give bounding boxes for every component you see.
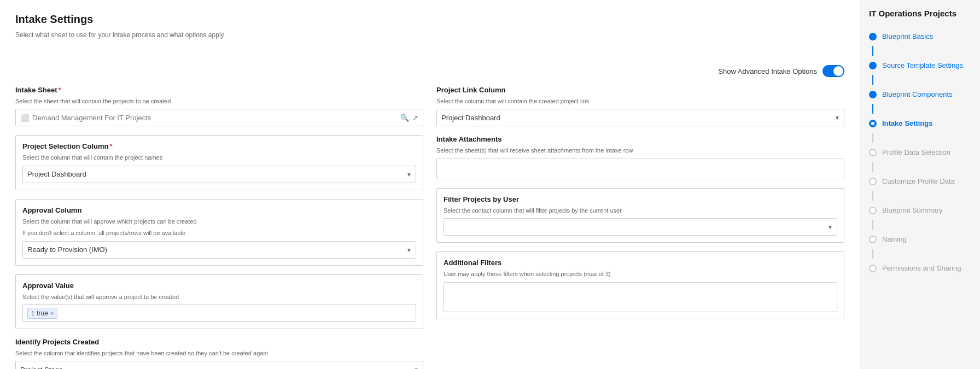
project-selection-section: Project Selection Column* Select the col… [15, 135, 423, 190]
intake-sheet-section: Intake Sheet* Select the sheet that will… [15, 86, 423, 126]
form-grid: Intake Sheet* Select the sheet that will… [15, 86, 844, 369]
right-column: Project Link Column Select the column th… [436, 86, 844, 369]
approval-column-section: Approval Column Select the column that w… [15, 199, 423, 266]
tag-text: true [37, 309, 48, 317]
approval-value-section: Approval Value Select the value(s) that … [15, 274, 423, 329]
connector-5 [872, 162, 873, 172]
advanced-options-toggle[interactable] [822, 65, 844, 77]
project-link-label: Project Link Column [436, 86, 844, 94]
approval-column-select[interactable]: Ready to Provision (IMO) [22, 241, 416, 259]
intake-attachments-section: Intake Attachments Select the sheet(s) t… [436, 135, 844, 179]
project-selection-desc: Select the column that will contain the … [22, 154, 416, 162]
intake-attachments-desc: Select the sheet(s) that will receive sh… [436, 147, 844, 155]
connector-1 [872, 46, 873, 56]
toggle-label: Show Advanced Intake Options [718, 67, 817, 75]
sidebar-item-source-template[interactable]: Source Template Settings [860, 56, 980, 75]
identify-projects-select[interactable]: Project Stage [15, 361, 423, 369]
sidebar-item-label-source-template: Source Template Settings [882, 61, 963, 69]
project-link-section: Project Link Column Select the column th… [436, 86, 844, 126]
sidebar-item-naming[interactable]: Naming [860, 230, 980, 249]
approval-value-tags[interactable]: 1 true × [22, 304, 416, 322]
intake-sheet-input-wrapper: ⬜ 🔍 ↗ [15, 109, 423, 126]
intake-sheet-input[interactable] [32, 114, 397, 122]
project-selection-label: Project Selection Column* [22, 142, 416, 150]
dot-permissions [869, 265, 877, 272]
connector-4 [872, 133, 873, 143]
external-link-icon[interactable]: ↗ [412, 114, 418, 122]
connector-2 [872, 75, 873, 85]
sidebar-item-label-customize-profile: Customize Profile Data [882, 177, 955, 185]
sidebar-title: IT Operations Projects [860, 9, 980, 27]
approval-column-label: Approval Column [22, 206, 416, 214]
filter-projects-desc: Select the contact column that will filt… [444, 207, 837, 215]
sidebar-item-profile-data[interactable]: Profile Data Selection [860, 143, 980, 162]
sidebar-item-label-blueprint-summary: Blueprint Summary [882, 206, 943, 214]
intake-sheet-label: Intake Sheet* [15, 86, 423, 94]
connector-7 [872, 220, 873, 230]
dot-naming [869, 236, 877, 243]
page-title: Intake Settings [15, 13, 844, 26]
project-link-select[interactable]: Project Dashboard [436, 109, 844, 126]
tag-number: 1 [31, 310, 34, 317]
approval-value-label: Approval Value [22, 282, 416, 290]
intake-sheet-desc: Select the sheet that will contain the p… [15, 97, 423, 106]
intake-attachments-input[interactable] [436, 159, 844, 179]
dot-blueprint-components [869, 91, 877, 98]
additional-filters-desc: User may apply these filters when select… [444, 270, 837, 278]
dot-intake-settings [869, 120, 877, 127]
additional-filters-input[interactable] [444, 282, 837, 312]
filter-projects-dropdown[interactable] [444, 218, 837, 236]
identify-projects-dropdown[interactable]: Project Stage [15, 361, 423, 369]
connector-3 [872, 104, 873, 114]
identify-projects-desc: Select the column that identifies projec… [15, 349, 423, 358]
dot-profile-data [869, 149, 877, 156]
approval-column-desc2: If you don't select a column, all projec… [22, 229, 416, 237]
approval-column-dropdown[interactable]: Ready to Provision (IMO) [22, 241, 416, 259]
sidebar: IT Operations Projects Blueprint Basics … [860, 0, 980, 369]
connector-8 [872, 249, 873, 259]
sidebar-item-label-blueprint-components: Blueprint Components [882, 90, 953, 98]
dot-customize-profile [869, 178, 877, 185]
filter-projects-section: Filter Projects by User Select the conta… [436, 188, 844, 243]
approval-value-desc: Select the value(s) that will approve a … [22, 293, 416, 301]
sidebar-item-label-naming: Naming [882, 235, 907, 243]
sidebar-item-permissions[interactable]: Permissions and Sharing [860, 259, 980, 278]
connector-6 [872, 191, 873, 201]
tag-close-button[interactable]: × [50, 310, 54, 317]
additional-filters-section: Additional Filters User may apply these … [436, 251, 844, 319]
dot-blueprint-summary [869, 207, 877, 214]
required-marker: * [59, 86, 61, 94]
sidebar-nav: Blueprint Basics Source Template Setting… [860, 27, 980, 278]
sidebar-item-label-intake-settings: Intake Settings [882, 119, 932, 127]
project-selection-dropdown[interactable]: Project Dashboard [22, 166, 416, 183]
main-content: Intake Settings Select what sheet to use… [0, 0, 860, 369]
sidebar-item-label-profile-data: Profile Data Selection [882, 148, 950, 156]
sidebar-item-blueprint-basics[interactable]: Blueprint Basics [860, 27, 980, 46]
toggle-row: Show Advanced Intake Options [15, 65, 844, 77]
sidebar-item-blueprint-summary[interactable]: Blueprint Summary [860, 201, 980, 220]
filter-projects-label: Filter Projects by User [444, 195, 837, 203]
identify-projects-label: Identify Projects Created [15, 338, 423, 346]
project-selection-select[interactable]: Project Dashboard [22, 166, 416, 183]
approval-value-tag: 1 true × [27, 308, 57, 319]
required-marker-2: * [109, 142, 112, 150]
sidebar-item-label-permissions: Permissions and Sharing [882, 264, 961, 272]
filter-projects-select[interactable] [444, 218, 837, 236]
sidebar-item-customize-profile[interactable]: Customize Profile Data [860, 172, 980, 191]
sidebar-item-label-blueprint-basics: Blueprint Basics [882, 32, 933, 40]
dot-blueprint-basics [869, 33, 877, 40]
search-icon[interactable]: 🔍 [400, 114, 409, 122]
project-link-dropdown[interactable]: Project Dashboard [436, 109, 844, 126]
sheet-icon: ⬜ [20, 114, 29, 122]
approval-column-desc1: Select the column that will approve whic… [22, 218, 416, 226]
dot-source-template [869, 62, 877, 69]
intake-attachments-label: Intake Attachments [436, 135, 844, 143]
left-column: Intake Sheet* Select the sheet that will… [15, 86, 423, 369]
project-link-desc: Select the column that will contain the … [436, 97, 844, 106]
identify-projects-section: Identify Projects Created Select the col… [15, 338, 423, 369]
additional-filters-label: Additional Filters [444, 259, 837, 267]
page-subtitle: Select what sheet to use for your intake… [15, 31, 844, 39]
sidebar-item-blueprint-components[interactable]: Blueprint Components [860, 85, 980, 104]
sidebar-item-intake-settings[interactable]: Intake Settings [860, 114, 980, 133]
